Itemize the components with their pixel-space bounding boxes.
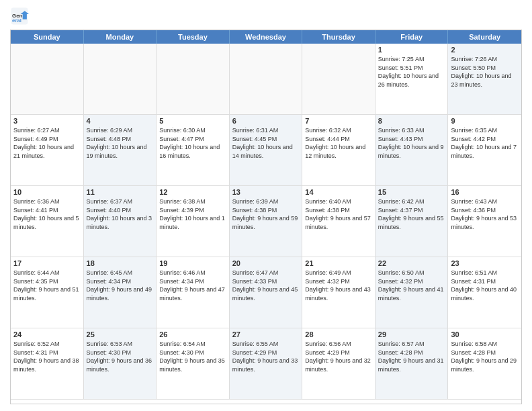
header-day-sunday: Sunday [11, 30, 84, 44]
header-day-monday: Monday [84, 30, 157, 44]
day-info: Sunrise: 6:35 AM Sunset: 4:42 PM Dayligh… [451, 126, 519, 160]
day-info: Sunrise: 6:43 AM Sunset: 4:36 PM Dayligh… [451, 197, 519, 231]
day-number: 5 [159, 117, 226, 125]
day-info: Sunrise: 6:57 AM Sunset: 4:28 PM Dayligh… [378, 340, 445, 373]
day-cell-5: 5Sunrise: 6:30 AM Sunset: 4:47 PM Daylig… [157, 115, 230, 186]
day-cell-19: 19Sunrise: 6:46 AM Sunset: 4:34 PM Dayli… [157, 257, 230, 328]
day-cell-22: 22Sunrise: 6:50 AM Sunset: 4:32 PM Dayli… [375, 257, 449, 328]
day-cell-8: 8Sunrise: 6:33 AM Sunset: 4:43 PM Daylig… [375, 115, 449, 186]
day-info: Sunrise: 6:50 AM Sunset: 4:32 PM Dayligh… [378, 269, 445, 302]
day-number: 20 [232, 259, 300, 267]
day-number: 25 [87, 330, 154, 338]
header-day-saturday: Saturday [448, 30, 521, 44]
day-cell-1: 1Sunrise: 7:25 AM Sunset: 5:51 PM Daylig… [375, 44, 449, 115]
day-number: 23 [451, 259, 519, 267]
day-cell-29: 29Sunrise: 6:57 AM Sunset: 4:28 PM Dayli… [375, 328, 449, 400]
day-cell-12: 12Sunrise: 6:38 AM Sunset: 4:39 PM Dayli… [157, 186, 230, 257]
header-day-friday: Friday [375, 30, 449, 44]
day-number: 1 [378, 46, 445, 54]
day-number: 7 [305, 117, 372, 125]
day-number: 2 [451, 46, 519, 54]
day-cell-26: 26Sunrise: 6:54 AM Sunset: 4:30 PM Dayli… [157, 328, 230, 400]
day-cell-15: 15Sunrise: 6:42 AM Sunset: 4:37 PM Dayli… [375, 186, 449, 257]
logo-icon: Gen eral [10, 7, 29, 26]
day-info: Sunrise: 6:56 AM Sunset: 4:29 PM Dayligh… [305, 340, 372, 373]
day-cell-10: 10Sunrise: 6:36 AM Sunset: 4:41 PM Dayli… [11, 186, 84, 257]
calendar-header: SundayMondayTuesdayWednesdayThursdayFrid… [11, 30, 521, 44]
day-cell-16: 16Sunrise: 6:43 AM Sunset: 4:36 PM Dayli… [448, 186, 521, 257]
day-info: Sunrise: 6:51 AM Sunset: 4:31 PM Dayligh… [451, 269, 519, 302]
header-day-wednesday: Wednesday [230, 30, 303, 44]
day-cell-7: 7Sunrise: 6:32 AM Sunset: 4:44 PM Daylig… [302, 115, 375, 186]
day-info: Sunrise: 6:52 AM Sunset: 4:31 PM Dayligh… [13, 340, 81, 373]
day-cell-24: 24Sunrise: 6:52 AM Sunset: 4:31 PM Dayli… [11, 328, 84, 400]
day-info: Sunrise: 6:27 AM Sunset: 4:49 PM Dayligh… [13, 126, 81, 160]
day-cell-23: 23Sunrise: 6:51 AM Sunset: 4:31 PM Dayli… [448, 257, 521, 328]
day-cell-13: 13Sunrise: 6:39 AM Sunset: 4:38 PM Dayli… [230, 186, 303, 257]
calendar: SundayMondayTuesdayWednesdayThursdayFrid… [10, 30, 522, 404]
header-day-thursday: Thursday [302, 30, 375, 44]
day-number: 3 [13, 117, 81, 125]
day-info: Sunrise: 6:31 AM Sunset: 4:45 PM Dayligh… [232, 126, 300, 160]
day-number: 19 [159, 259, 226, 267]
logo: Gen eral [10, 7, 32, 26]
day-info: Sunrise: 6:37 AM Sunset: 4:40 PM Dayligh… [87, 197, 154, 231]
day-number: 9 [451, 117, 519, 125]
day-info: Sunrise: 6:47 AM Sunset: 4:33 PM Dayligh… [232, 269, 300, 302]
day-info: Sunrise: 6:55 AM Sunset: 4:29 PM Dayligh… [232, 340, 300, 373]
day-number: 8 [378, 117, 445, 125]
day-number: 12 [159, 188, 226, 196]
day-info: Sunrise: 6:38 AM Sunset: 4:39 PM Dayligh… [159, 197, 226, 231]
day-number: 21 [305, 259, 372, 267]
day-cell-18: 18Sunrise: 6:45 AM Sunset: 4:34 PM Dayli… [84, 257, 157, 328]
day-number: 16 [451, 188, 519, 196]
day-number: 28 [305, 330, 372, 338]
day-number: 27 [232, 330, 300, 338]
empty-cell [11, 44, 84, 115]
day-cell-21: 21Sunrise: 6:49 AM Sunset: 4:32 PM Dayli… [302, 257, 375, 328]
day-info: Sunrise: 6:44 AM Sunset: 4:35 PM Dayligh… [13, 269, 81, 302]
day-number: 26 [159, 330, 226, 338]
day-info: Sunrise: 6:53 AM Sunset: 4:30 PM Dayligh… [87, 340, 154, 373]
day-cell-4: 4Sunrise: 6:29 AM Sunset: 4:48 PM Daylig… [84, 115, 157, 186]
svg-text:eral: eral [12, 17, 21, 24]
day-number: 18 [87, 259, 154, 267]
day-cell-14: 14Sunrise: 6:40 AM Sunset: 4:38 PM Dayli… [302, 186, 375, 257]
day-number: 24 [13, 330, 81, 338]
header-day-tuesday: Tuesday [157, 30, 230, 44]
day-info: Sunrise: 7:26 AM Sunset: 5:50 PM Dayligh… [451, 55, 519, 89]
day-cell-17: 17Sunrise: 6:44 AM Sunset: 4:35 PM Dayli… [11, 257, 84, 328]
day-number: 13 [232, 188, 300, 196]
day-info: Sunrise: 6:30 AM Sunset: 4:47 PM Dayligh… [159, 126, 226, 160]
day-cell-27: 27Sunrise: 6:55 AM Sunset: 4:29 PM Dayli… [230, 328, 303, 400]
day-info: Sunrise: 7:25 AM Sunset: 5:51 PM Dayligh… [378, 55, 445, 89]
day-info: Sunrise: 6:54 AM Sunset: 4:30 PM Dayligh… [159, 340, 226, 373]
day-info: Sunrise: 6:49 AM Sunset: 4:32 PM Dayligh… [305, 269, 372, 302]
day-info: Sunrise: 6:46 AM Sunset: 4:34 PM Dayligh… [159, 269, 226, 302]
day-info: Sunrise: 6:32 AM Sunset: 4:44 PM Dayligh… [305, 126, 372, 160]
empty-cell [157, 44, 230, 115]
empty-cell [230, 44, 303, 115]
day-cell-25: 25Sunrise: 6:53 AM Sunset: 4:30 PM Dayli… [84, 328, 157, 400]
empty-cell [84, 44, 157, 115]
day-number: 17 [13, 259, 81, 267]
day-cell-6: 6Sunrise: 6:31 AM Sunset: 4:45 PM Daylig… [230, 115, 303, 186]
day-number: 15 [378, 188, 445, 196]
day-number: 14 [305, 188, 372, 196]
day-info: Sunrise: 6:39 AM Sunset: 4:38 PM Dayligh… [232, 197, 300, 231]
page: Gen eral SundayMondayTuesdayWednesdayThu… [0, 0, 532, 411]
day-cell-28: 28Sunrise: 6:56 AM Sunset: 4:29 PM Dayli… [302, 328, 375, 400]
day-number: 30 [451, 330, 519, 338]
day-cell-9: 9Sunrise: 6:35 AM Sunset: 4:42 PM Daylig… [448, 115, 521, 186]
day-info: Sunrise: 6:40 AM Sunset: 4:38 PM Dayligh… [305, 197, 372, 231]
day-info: Sunrise: 6:36 AM Sunset: 4:41 PM Dayligh… [13, 197, 81, 231]
header: Gen eral [10, 7, 522, 26]
day-info: Sunrise: 6:33 AM Sunset: 4:43 PM Dayligh… [378, 126, 445, 160]
day-info: Sunrise: 6:58 AM Sunset: 4:28 PM Dayligh… [451, 340, 519, 373]
day-number: 6 [232, 117, 300, 125]
day-cell-3: 3Sunrise: 6:27 AM Sunset: 4:49 PM Daylig… [11, 115, 84, 186]
day-info: Sunrise: 6:45 AM Sunset: 4:34 PM Dayligh… [87, 269, 154, 302]
day-cell-30: 30Sunrise: 6:58 AM Sunset: 4:28 PM Dayli… [448, 328, 521, 400]
day-number: 22 [378, 259, 445, 267]
day-cell-2: 2Sunrise: 7:26 AM Sunset: 5:50 PM Daylig… [448, 44, 521, 115]
